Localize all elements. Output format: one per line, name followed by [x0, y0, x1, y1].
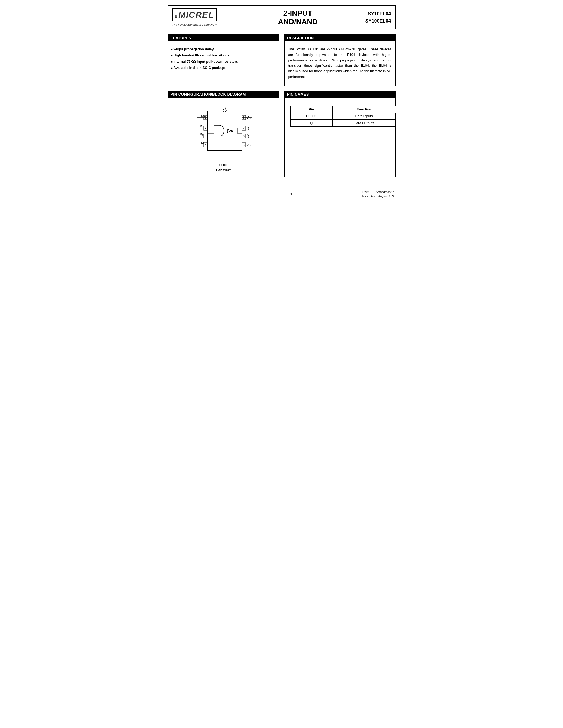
svg-text:D0: D0: [200, 125, 203, 128]
rev-value: E: [371, 190, 373, 194]
table-header-row: Pin Function: [291, 106, 396, 113]
feature-item-3: Internal 75KΩ input pull-down resistors: [171, 59, 275, 65]
svg-marker-38: [227, 129, 231, 133]
pin-names-section: PIN NAMES Pin Function D0, D1 Data Input…: [284, 91, 396, 177]
issue-date-value: August, 1998: [378, 195, 396, 198]
pin-cell-2: Q: [291, 119, 332, 126]
logo-box: E MICREL: [172, 8, 217, 21]
amendment-value: /0: [393, 190, 395, 194]
description-text: The SY10/100EL04 are 2-input AND/NAND ga…: [285, 44, 395, 82]
bottom-sections: PIN CONFIGURATION/BLOCK DIAGRAM O NC 1 D…: [168, 91, 396, 177]
rev-line: Rev.: E Amendment: /0: [362, 190, 396, 194]
pin-cell-1: D0, D1: [291, 113, 332, 119]
features-header: FEATURES: [168, 34, 279, 41]
function-cell-2: Data Outputs: [332, 119, 396, 126]
page-number: 1: [221, 192, 362, 196]
description-header: DESCRIPTION: [285, 34, 395, 41]
svg-text:O: O: [223, 107, 226, 110]
issue-date-line: Issue Date: August, 1998: [362, 194, 396, 199]
title-line2: AND/NAND: [230, 17, 365, 26]
function-cell-1: Data Inputs: [332, 113, 396, 119]
svg-text:VCC: VCC: [247, 116, 252, 120]
svg-text:4: 4: [205, 143, 206, 146]
svg-text:7: 7: [243, 127, 244, 130]
pin-names-wrapper: Pin Function D0, D1 Data Inputs Q Data O…: [285, 100, 395, 132]
svg-text:8: 8: [243, 116, 244, 119]
svg-text:VEE: VEE: [247, 143, 251, 147]
logo-text: MICREL: [178, 10, 214, 20]
issue-date-label: Issue Date:: [362, 195, 377, 198]
pin-col-header: Pin: [291, 106, 332, 113]
feature-item-2: High bandwidth output transitions: [171, 52, 275, 58]
header: E MICREL The Infinite Bandwidth Company™…: [168, 5, 396, 29]
pin-config-section: PIN CONFIGURATION/BLOCK DIAGRAM O NC 1 D…: [168, 91, 279, 177]
function-col-header: Function: [332, 106, 396, 113]
svg-text:D1: D1: [200, 133, 203, 136]
svg-text:1: 1: [205, 116, 206, 119]
pin-config-header: PIN CONFIGURATION/BLOCK DIAGRAM: [168, 91, 279, 98]
footer: 1 Rev.: E Amendment: /0 Issue Date: Augu…: [168, 188, 396, 199]
ic-diagram: O NC 1 D0 2 D1 3 NC: [186, 103, 260, 161]
svg-text:5: 5: [243, 143, 244, 146]
feature-item-4: Available in 8-pin SOIC package: [171, 65, 275, 71]
svg-text:3: 3: [205, 135, 206, 138]
pin-names-table: Pin Function D0, D1 Data Inputs Q Data O…: [291, 106, 396, 127]
svg-text:6: 6: [243, 135, 244, 138]
description-section: DESCRIPTION The SY10/100EL04 are 2-input…: [284, 34, 396, 86]
logo-em: E: [175, 14, 177, 19]
table-row: Q Data Outputs: [291, 119, 396, 126]
pin-config-area: O NC 1 D0 2 D1 3 NC: [168, 100, 279, 174]
table-row: D0, D1 Data Inputs: [291, 113, 396, 119]
part1: SY10EL04: [365, 10, 391, 17]
title-line1: 2-INPUT: [230, 9, 365, 17]
footer-rev: Rev.: E Amendment: /0 Issue Date: August…: [362, 190, 396, 199]
svg-text:Q: Q: [247, 134, 249, 138]
amendment-label: Amendment:: [376, 190, 392, 194]
logo-area: E MICREL The Infinite Bandwidth Company™: [172, 8, 230, 26]
svg-text:Q: Q: [247, 127, 249, 130]
features-list: 240ps propagation delay High bandwidth o…: [168, 44, 279, 73]
pin-names-header: PIN NAMES: [285, 91, 395, 98]
logo-subtitle: The Infinite Bandwidth Company™: [172, 23, 230, 26]
soic-label: SOICTOP VIEW: [215, 163, 231, 172]
rev-label: Rev.:: [363, 190, 369, 194]
part2: SY100EL04: [365, 17, 391, 25]
part-numbers: SY10EL04 SY100EL04: [365, 10, 391, 25]
header-title: 2-INPUT AND/NAND: [230, 9, 365, 26]
top-sections: FEATURES 240ps propagation delay High ba…: [168, 34, 396, 86]
svg-text:2: 2: [205, 127, 206, 130]
features-section: FEATURES 240ps propagation delay High ba…: [168, 34, 279, 86]
feature-item-1: 240ps propagation delay: [171, 46, 275, 52]
